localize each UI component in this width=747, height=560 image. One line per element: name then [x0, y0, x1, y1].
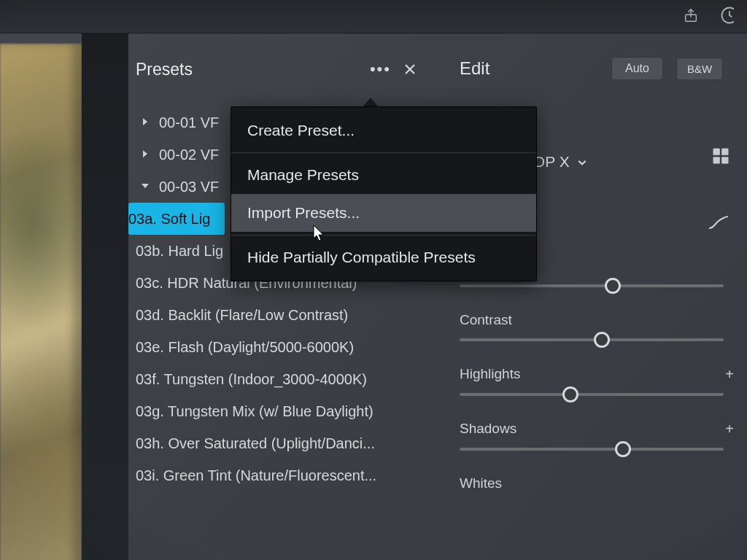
presets-context-menu: Create Preset... Manage Presets Import P… — [231, 106, 537, 281]
slider-row-contrast: Contrast — [460, 312, 741, 341]
slider-row-shadows: Shadows+ — [460, 421, 741, 451]
chevron-down-icon — [577, 158, 587, 170]
slider-track[interactable] — [460, 284, 724, 287]
share-icon[interactable] — [683, 7, 699, 26]
preset-folder-label: 00-01 VF — [159, 114, 219, 131]
chevron-down-icon — [139, 180, 152, 193]
slider-label: Highlights — [460, 366, 520, 383]
close-icon[interactable] — [398, 58, 422, 81]
preset-item-label: 03h. Over Saturated (Uplight/Danci... — [136, 435, 375, 452]
menu-item-manage-presets[interactable]: Manage Presets — [231, 156, 536, 194]
profile-selector[interactable]: DVLOP X — [503, 153, 740, 171]
panel-gutter — [82, 34, 128, 560]
slider-thumb[interactable] — [615, 441, 631, 457]
preset-item-label: 03a. Soft Lig — [128, 211, 210, 228]
preset-folder-label: 00-02 VF — [159, 147, 219, 163]
preset-item[interactable]: 03d. Backlit (Flare/Low Contrast) — [136, 299, 442, 331]
slider-track[interactable] — [460, 393, 724, 396]
menu-item-import-presets[interactable]: Import Presets... — [231, 194, 536, 232]
slider-row-highlights: Highlights+ — [460, 366, 741, 396]
preset-item-label: 03f. Tungsten (Indoor_3000-4000K) — [136, 371, 367, 388]
menu-item-label: Create Preset... — [247, 122, 355, 139]
preset-item-label: 03i. Green Tint (Nature/Fluorescent... — [136, 467, 376, 484]
plus-icon: + — [725, 366, 734, 383]
edit-panel-header: Edit Auto B&W — [460, 57, 747, 80]
tone-curve-icon[interactable] — [708, 213, 729, 235]
slider-label: Contrast — [460, 312, 512, 328]
basic-sliders: Contrast Highlights+ Shadows+ Whites — [460, 284, 741, 516]
presets-panel-header: Presets ••• — [136, 57, 422, 82]
svg-rect-4 — [713, 157, 720, 163]
svg-rect-2 — [713, 149, 720, 155]
menu-item-create-preset[interactable]: Create Preset... — [231, 112, 536, 149]
slider-row-whites: Whites — [460, 475, 741, 491]
menu-arrow — [363, 98, 378, 106]
preset-folder-label: 00-03 VF — [159, 179, 219, 195]
bw-button[interactable]: B&W — [676, 58, 723, 80]
chevron-right-icon — [139, 148, 152, 161]
menu-item-label: Import Presets... — [247, 204, 360, 221]
presets-title: Presets — [136, 60, 355, 79]
slider-track[interactable] — [460, 338, 724, 341]
top-bar — [0, 0, 747, 34]
menu-item-label: Hide Partially Compatible Presets — [247, 249, 476, 265]
slider-thumb[interactable] — [562, 386, 578, 402]
edit-title: Edit — [460, 58, 598, 79]
menu-separator — [231, 152, 536, 153]
preset-item-label: 03e. Flash (Daylight/5000-6000K) — [136, 339, 354, 356]
preset-item-label: 03d. Backlit (Flare/Low Contrast) — [136, 307, 348, 324]
grid-view-icon[interactable] — [711, 146, 731, 169]
svg-rect-5 — [721, 157, 728, 163]
plus-icon: + — [725, 421, 734, 438]
svg-rect-3 — [721, 149, 728, 155]
app-root: Presets ••• Edit Auto B&W DVLOP X 00-01 … — [0, 0, 747, 560]
auto-button[interactable]: Auto — [611, 57, 663, 80]
image-preview-sliver — [0, 44, 82, 560]
slider-thumb[interactable] — [605, 278, 621, 294]
slider-row — [460, 284, 741, 287]
preset-item[interactable]: 03e. Flash (Daylight/5000-6000K) — [136, 331, 442, 363]
slider-track[interactable] — [460, 448, 724, 451]
preset-item[interactable]: 03a. Soft Lig — [128, 203, 225, 235]
preset-item[interactable]: 03i. Green Tint (Nature/Fluorescent... — [136, 459, 442, 491]
menu-item-label: Manage Presets — [247, 166, 359, 183]
preset-item-label: 03b. Hard Lig — [136, 243, 223, 260]
preset-item-label: 03g. Tungsten Mix (w/ Blue Daylight) — [136, 403, 374, 420]
menu-item-hide-incompatible[interactable]: Hide Partially Compatible Presets — [231, 238, 536, 276]
chevron-right-icon — [139, 116, 152, 129]
preset-item[interactable]: 03f. Tungsten (Indoor_3000-4000K) — [136, 363, 442, 395]
menu-separator — [231, 235, 536, 236]
more-options-icon[interactable]: ••• — [363, 57, 398, 82]
slider-label: Shadows — [460, 421, 516, 438]
slider-thumb[interactable] — [594, 332, 610, 348]
preset-item[interactable]: 03g. Tungsten Mix (w/ Blue Daylight) — [136, 395, 442, 427]
preset-item[interactable]: 03h. Over Saturated (Uplight/Danci... — [136, 427, 442, 459]
cursor-icon — [313, 225, 328, 247]
svg-point-1 — [722, 7, 735, 23]
history-icon[interactable] — [719, 5, 734, 28]
slider-label: Whites — [460, 475, 502, 491]
